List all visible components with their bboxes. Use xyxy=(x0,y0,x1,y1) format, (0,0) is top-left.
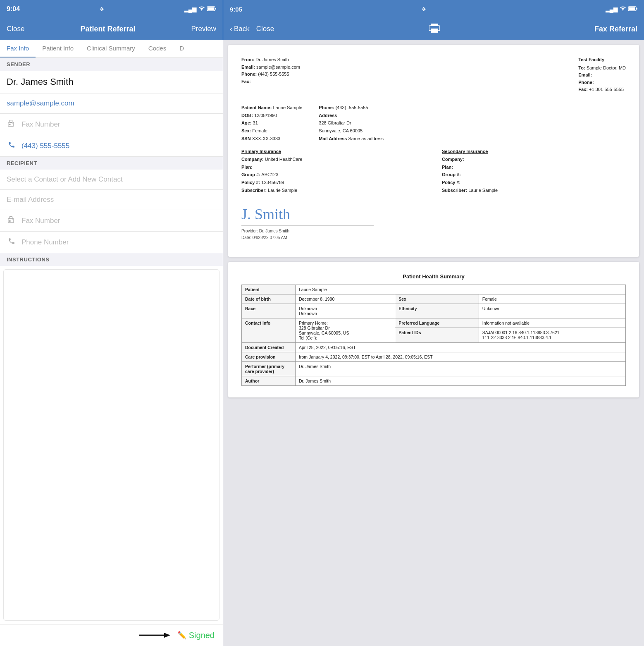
table-row: Performer (primary care provider) Dr. Ja… xyxy=(242,361,626,376)
phs-title: Patient Health Summary xyxy=(241,273,626,280)
svg-rect-2 xyxy=(208,7,214,10)
secondary-insurance-col: Secondary Insurance Company: Plan: Group… xyxy=(442,148,626,194)
sec-subscriber-label: Subscriber: xyxy=(442,188,467,193)
provider-label: Provider: Dr. James Smith xyxy=(241,228,626,234)
primary-insurance-col: Primary Insurance Company: United Health… xyxy=(241,148,425,194)
recipient-phone-field[interactable]: Phone Number xyxy=(0,232,223,253)
recipient-info-col: Test Facility To: Sample Doctor, MD Emai… xyxy=(578,56,626,93)
email-value: sample@sample.com xyxy=(256,65,300,69)
preferred-lang-value-cell: Information not available xyxy=(479,318,625,328)
doc-created-label-cell: Document Created xyxy=(242,342,296,352)
tabs-bar: Fax Info Patient Info Clinical Summary C… xyxy=(0,40,223,58)
signature-line xyxy=(241,225,374,225)
recipient-phone-icon xyxy=(7,237,17,247)
author-value-cell: Dr. James Smith xyxy=(296,376,626,385)
sex-value-cell: Female xyxy=(479,294,625,304)
tab-clinical-summary[interactable]: Clinical Summary xyxy=(80,40,142,57)
instructions-textarea[interactable] xyxy=(3,269,219,621)
phone-label: Phone: xyxy=(241,72,257,77)
tab-more[interactable]: D xyxy=(173,40,191,57)
battery-icon xyxy=(207,6,216,12)
sender-email-field[interactable]: sample@sample.com xyxy=(0,93,223,114)
recipient-email-placeholder: E-mail Address xyxy=(7,196,54,204)
back-button[interactable]: Back xyxy=(234,25,250,33)
signed-indicator: ✏️ Signed xyxy=(177,631,215,640)
from-label: From: xyxy=(241,57,254,62)
phone-icon xyxy=(7,141,17,151)
back-chevron-icon: ‹ xyxy=(230,25,232,33)
right-time: 9:05 xyxy=(230,6,242,13)
right-nav-title: Fax Referral xyxy=(594,25,637,33)
patient-left-col: Patient Name: Laurie Sample DOB: 12/08/1… xyxy=(241,104,302,142)
primary-insurance-label: Primary Insurance xyxy=(241,148,425,156)
right-close-button[interactable]: Close xyxy=(256,25,274,33)
sender-phone-field[interactable]: (443) 555-5555 xyxy=(0,135,223,157)
sender-section-header: SENDER xyxy=(0,58,223,71)
group-label: Group #: xyxy=(241,172,260,177)
svg-rect-10 xyxy=(9,220,10,222)
svg-point-7 xyxy=(12,123,13,124)
race-label-cell: Race xyxy=(242,304,296,318)
signature-image: J. Smith xyxy=(241,206,626,223)
performer-label-cell: Performer (primary care provider) xyxy=(242,361,296,376)
ethnicity-value-cell: Unknown xyxy=(479,304,625,318)
city-state-value: Sunnyvale, CA 60005 xyxy=(319,127,384,135)
phone-value: (443) 555-5555 xyxy=(258,72,289,77)
close-button[interactable]: Close xyxy=(7,25,24,33)
svg-point-11 xyxy=(12,219,13,220)
recipient-fax-icon xyxy=(7,216,17,225)
patient-right-col: Phone: (443) -555-5555 Address 328 Gibra… xyxy=(319,104,384,142)
right-status-icons: ▂▄▆ xyxy=(606,6,637,12)
doc-created-value-cell: April 28, 2022, 09:05:16, EST xyxy=(296,342,626,352)
recipient-contact-field[interactable]: Select a Contact or Add New Contact xyxy=(0,170,223,190)
table-row: Patient Laurie Sample xyxy=(242,285,626,294)
to-name: Sample Doctor, MD xyxy=(587,65,626,70)
to-fax-label: Fax: xyxy=(578,87,588,92)
care-provision-label-cell: Care provision xyxy=(242,352,296,361)
tab-fax-info[interactable]: Fax Info xyxy=(0,40,36,57)
sec-company-label: Company: xyxy=(442,157,464,162)
sender-fax-field[interactable]: Fax Number xyxy=(0,114,223,135)
patient-ids-value-cell: SAJA000001 2.16.840.1.113883.3.7621111-2… xyxy=(479,328,625,343)
sender-name-field: Dr. James Smith xyxy=(0,71,223,93)
age-label: Age: xyxy=(241,120,251,125)
ssn-value: XXX-XX-3333 xyxy=(252,136,280,141)
svg-rect-16 xyxy=(629,7,635,10)
care-provision-value-cell: from January 4, 2022, 09:37:00, EST to A… xyxy=(296,352,626,361)
recipient-fax-placeholder: Fax Number xyxy=(21,217,60,225)
ethnicity-label-cell: Ethnicity xyxy=(395,304,479,318)
right-panel: 9:05 ✈ ▂▄▆ ‹ Back Close Fax Referral xyxy=(223,0,644,646)
fax-icon xyxy=(7,120,17,129)
documents-area: From: Dr. James Smith Email: sample@samp… xyxy=(223,40,644,646)
print-button[interactable] xyxy=(429,24,440,35)
arrow-right-icon xyxy=(139,630,172,640)
tab-patient-info[interactable]: Patient Info xyxy=(36,40,80,57)
date-label: Date: 04/28/22 07:05 AM xyxy=(241,234,626,241)
from-name: Dr. James Smith xyxy=(255,57,289,62)
right-location-icon: ✈ xyxy=(422,6,426,12)
recipient-fax-field[interactable]: Fax Number xyxy=(0,210,223,232)
secondary-insurance-label: Secondary Insurance xyxy=(442,148,626,156)
patient-ids-label-cell: Patient IDs xyxy=(395,328,479,343)
table-row: Document Created April 28, 2022, 09:05:1… xyxy=(242,342,626,352)
performer-value-cell: Dr. James Smith xyxy=(296,361,626,376)
race-value-cell: UnknownUnknown xyxy=(296,304,395,318)
signal-icon: ▂▄▆ xyxy=(184,6,196,12)
preview-button[interactable]: Preview xyxy=(191,25,216,33)
sex-label-cell: Sex xyxy=(395,294,479,304)
recipient-email-field[interactable]: E-mail Address xyxy=(0,190,223,210)
patient-info-row: Patient Name: Laurie Sample DOB: 12/08/1… xyxy=(241,101,626,145)
svg-rect-17 xyxy=(636,8,637,10)
dob-value: 12/08/1990 xyxy=(254,113,277,118)
right-signal-icon: ▂▄▆ xyxy=(606,6,618,12)
svg-rect-3 xyxy=(215,8,216,10)
signed-bar: ✏️ Signed xyxy=(0,624,223,646)
left-status-icons: ▂▄▆ xyxy=(184,6,216,12)
ssn-label: SSN xyxy=(241,136,251,141)
to-email-label: Email: xyxy=(578,72,592,77)
facility-title: Test Facility xyxy=(578,56,626,64)
plan-label: Plan: xyxy=(241,165,253,170)
svg-rect-6 xyxy=(9,124,10,125)
table-row: Author Dr. James Smith xyxy=(242,376,626,385)
tab-codes[interactable]: Codes xyxy=(142,40,173,57)
